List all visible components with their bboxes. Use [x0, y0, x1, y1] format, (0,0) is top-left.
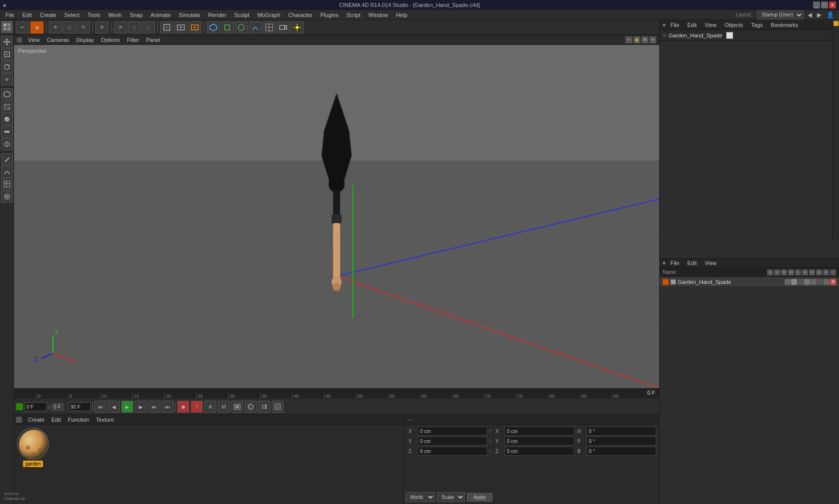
vp-menu-cameras[interactable]: Cameras [44, 36, 72, 43]
tool-knife[interactable] [1, 153, 13, 165]
morph-btn[interactable] [258, 401, 270, 413]
obj-cube-btn[interactable] [221, 21, 234, 33]
display-shaded[interactable] [1, 113, 13, 125]
scale-mode-select[interactable]: Scale Size [437, 492, 465, 502]
menu-simulate[interactable]: Simulate [175, 11, 204, 19]
coord-b-field[interactable] [586, 447, 656, 456]
material-item[interactable]: garden [17, 428, 49, 467]
om-ri-6[interactable] [817, 279, 823, 285]
viewport-mode-btn[interactable] [1, 21, 13, 33]
tool-rotate[interactable] [1, 61, 13, 73]
menu-script[interactable]: Script [343, 11, 364, 19]
vp-plus-icon[interactable]: + [625, 36, 632, 43]
play-btn[interactable]: ▶ [121, 401, 133, 413]
record-btn[interactable]: ⏭ [162, 401, 174, 413]
menu-mesh[interactable]: Mesh [105, 11, 125, 19]
menu-mograph[interactable]: MoGraph [254, 11, 284, 19]
add-btn[interactable]: ✛ [95, 21, 108, 33]
display-wire[interactable] [1, 101, 13, 113]
viewport-3d[interactable]: Perspective [14, 45, 659, 388]
goto-start-btn[interactable]: ⏮ [94, 401, 106, 413]
vp-menu-view[interactable]: View [25, 36, 43, 43]
om-ri-4[interactable] [804, 279, 810, 285]
obj-deformer-btn[interactable] [249, 21, 262, 33]
mode-y-btn[interactable]: ○ [128, 21, 141, 33]
coord-p-field[interactable] [586, 437, 656, 446]
vp-menu-display[interactable]: Display [73, 36, 97, 43]
display-cube[interactable] [1, 88, 13, 100]
tool-bend[interactable] [1, 166, 13, 178]
rp-menu-view[interactable]: View [702, 21, 720, 28]
prev-frame-btn[interactable]: ◀ [108, 401, 120, 413]
display-iso[interactable] [1, 138, 13, 150]
next-frame-btn[interactable]: ▶ [135, 401, 147, 413]
render-region-btn[interactable] [160, 21, 173, 33]
om-menu-file[interactable]: File [667, 259, 682, 266]
menu-select[interactable]: Select [61, 11, 83, 19]
autokey-btn[interactable]: A [204, 401, 216, 413]
obj-grid-btn[interactable] [263, 21, 276, 33]
menu-edit[interactable]: Edit [19, 11, 35, 19]
nav-back-icon[interactable]: ◀ [805, 11, 815, 18]
material-thumbnail[interactable] [17, 428, 49, 460]
obj-light-btn[interactable] [291, 21, 304, 33]
user-icon[interactable]: 👤 [824, 11, 837, 18]
menu-window[interactable]: Window [365, 11, 392, 19]
tool-material[interactable] [1, 191, 13, 203]
menu-tools[interactable]: Tools [84, 11, 104, 19]
tool-texture[interactable] [1, 178, 13, 190]
menu-sculpt[interactable]: Sculpt [231, 11, 253, 19]
tool-move[interactable] [1, 36, 13, 48]
close-button[interactable]: ✕ [829, 1, 836, 8]
rp-menu-objects[interactable]: Objects [722, 21, 746, 28]
tool-scale[interactable] [1, 48, 13, 60]
world-mode-select[interactable]: World Object [406, 492, 435, 502]
mat-menu-edit[interactable]: Edit [48, 416, 64, 423]
coord-z-field[interactable] [418, 447, 487, 456]
frame-start-field[interactable] [24, 402, 47, 411]
coord-h-field[interactable] [586, 427, 656, 436]
menu-plugins[interactable]: Plugins [317, 11, 342, 19]
vp-menu-options[interactable]: Options [98, 36, 123, 43]
obj-sphere-btn[interactable] [235, 21, 248, 33]
coord-x2-field[interactable] [504, 427, 574, 436]
menu-help[interactable]: Help [393, 11, 411, 19]
menu-character[interactable]: Character [285, 11, 316, 19]
vp-settings-icon[interactable]: ⚙ [641, 36, 648, 43]
coord-y-field[interactable] [418, 437, 487, 446]
vp-menu-panel[interactable]: Panel [143, 36, 163, 43]
mat-menu-texture[interactable]: Texture [93, 416, 117, 423]
coord-y2-field[interactable] [504, 437, 574, 446]
scale-btn[interactable]: □ [63, 21, 76, 33]
menu-file[interactable]: File [2, 11, 18, 19]
menu-snap[interactable]: Snap [126, 11, 146, 19]
om-ri-1[interactable] [785, 279, 791, 285]
om-ri-2[interactable] [791, 279, 797, 285]
rp-menu-bookmarks[interactable]: Bookmarks [768, 21, 801, 28]
om-ri-7[interactable] [824, 279, 830, 285]
rp-menu-file[interactable]: File [667, 21, 682, 28]
mat-menu-create[interactable]: Create [25, 416, 47, 423]
rp-menu-tags[interactable]: Tags [748, 21, 766, 28]
vp-close-icon[interactable]: ✕ [649, 36, 656, 43]
render-settings-btn[interactable] [188, 21, 201, 33]
obj-camera-btn[interactable] [277, 21, 290, 33]
frame-end-field[interactable] [68, 402, 91, 411]
motion-clip-btn[interactable]: M [218, 401, 230, 413]
om-ri-x[interactable]: ✕ [830, 279, 836, 285]
om-menu-edit[interactable]: Edit [684, 259, 700, 266]
om-menu-view[interactable]: View [702, 259, 720, 266]
om-ri-3[interactable] [798, 279, 804, 285]
timeline-extra-btn[interactable] [231, 401, 243, 413]
mat-menu-function[interactable]: Function [65, 416, 92, 423]
nav-forward-icon[interactable]: ▶ [816, 11, 823, 18]
ik-btn[interactable]: P [245, 401, 257, 413]
menu-render[interactable]: Render [205, 11, 230, 19]
extra-btn[interactable] [272, 401, 284, 413]
mode-z-btn[interactable]: ◌ [142, 21, 155, 33]
coord-x-field[interactable] [418, 427, 487, 436]
render-scene-btn[interactable] [174, 21, 187, 33]
goto-end-btn[interactable]: ⏭ [148, 401, 160, 413]
keyframe-record-btn[interactable]: ⏺ [177, 401, 189, 413]
vp-lock-icon[interactable]: 🔒 [633, 36, 640, 43]
